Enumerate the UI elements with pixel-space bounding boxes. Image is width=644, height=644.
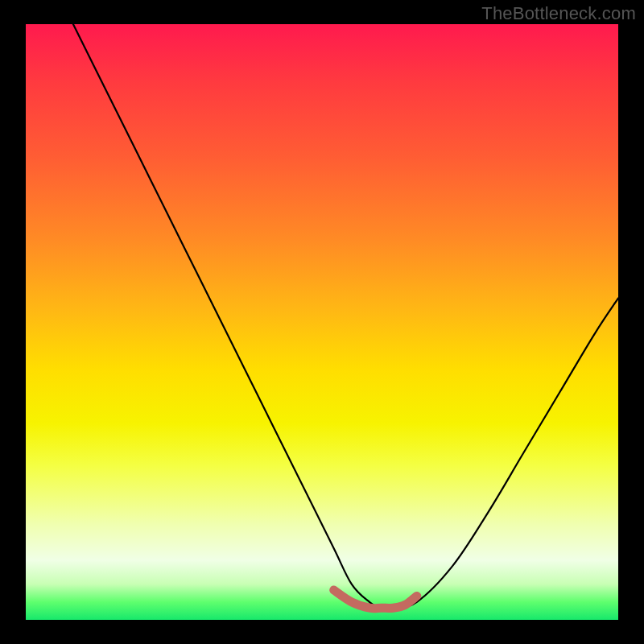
watermark-text: TheBottleneck.com (481, 3, 636, 24)
chart-frame: TheBottleneck.com (0, 0, 644, 644)
optimal-range (334, 590, 417, 609)
bottleneck-curve (73, 24, 618, 609)
curve-layer (26, 24, 618, 620)
plot-area (26, 24, 618, 620)
